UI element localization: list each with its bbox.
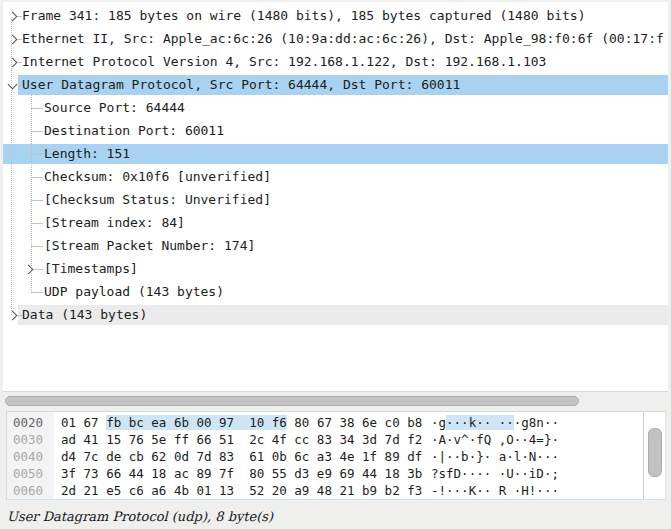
tree-row-label: [Checksum Status: Unverified] bbox=[44, 189, 271, 211]
tree-guide-root bbox=[11, 19, 12, 315]
status-bar: User Datagram Protocol (udp), 8 byte(s) bbox=[0, 500, 671, 529]
hex-offset: 0030 bbox=[13, 431, 43, 448]
hex-offset: 0040 bbox=[13, 448, 43, 465]
ascii-bytes[interactable]: ·g···k·· ···g8n·· bbox=[431, 414, 559, 431]
tree-row-label: [Timestamps] bbox=[44, 258, 138, 280]
tree-row-udp-checksum-status[interactable]: [Checksum Status: Unverified] bbox=[3, 189, 668, 211]
tree-row-udp-length[interactable]: Length: 151 bbox=[3, 143, 668, 165]
tree-connector-line bbox=[31, 177, 43, 178]
tree-connector-line bbox=[31, 223, 43, 224]
expand-arrow-icon[interactable] bbox=[8, 58, 18, 68]
ascii-bytes[interactable]: ·A·v^·fQ ,O··4=}· bbox=[431, 431, 559, 448]
hex-row-0020[interactable]: 002001 67 fb bc ea 6b 00 97 10 f6 80 67 … bbox=[7, 414, 643, 431]
packet-bytes-pane: 002001 67 fb bc ea 6b 00 97 10 f6 80 67 … bbox=[6, 411, 666, 501]
ascii-bytes[interactable]: ?sfD···· ·U··iD·; bbox=[431, 465, 559, 482]
tree-row-label: [Stream Packet Number: 174] bbox=[44, 235, 255, 257]
packet-details-pane: Frame 341: 185 bytes on wire (1480 bits)… bbox=[3, 2, 668, 392]
hex-row-0060[interactable]: 00602d 21 e5 c6 a6 4b 01 13 52 20 a9 48 … bbox=[7, 482, 643, 499]
tree-row-label: Internet Protocol Version 4, Src: 192.16… bbox=[22, 51, 546, 73]
hex-bytes[interactable]: ad 41 15 76 5e ff 66 51 2c 4f cc 83 34 3… bbox=[61, 431, 422, 448]
selected-bytes: ···k·· ·· bbox=[446, 415, 514, 430]
tree-guide-udp-children bbox=[31, 95, 32, 292]
status-field-hint: User Datagram Protocol (udp), 8 byte(s) bbox=[7, 509, 273, 524]
expand-arrow-icon[interactable] bbox=[8, 35, 18, 45]
tree-connector-line bbox=[31, 131, 43, 132]
tree-row-label: Length: 151 bbox=[44, 143, 130, 165]
hex-offset: 0060 bbox=[13, 482, 43, 499]
bytes-vertical-scrollbar-thumb[interactable] bbox=[648, 428, 662, 477]
tree-row-udp-destination-port[interactable]: Destination Port: 60011 bbox=[3, 120, 668, 142]
hex-offset: 0020 bbox=[13, 414, 43, 431]
selected-bytes: fb bc ea 6b 00 97 10 f6 bbox=[106, 415, 287, 430]
tree-connector-line bbox=[31, 292, 43, 293]
tree-connector-line bbox=[31, 154, 43, 155]
details-horizontal-scrollbar[interactable] bbox=[3, 392, 668, 409]
tree-row-label: Frame 341: 185 bytes on wire (1480 bits)… bbox=[22, 5, 586, 27]
hex-bytes[interactable]: 01 67 fb bc ea 6b 00 97 10 f6 80 67 38 6… bbox=[61, 414, 422, 431]
tree-row-label: Data (143 bytes) bbox=[22, 304, 147, 326]
details-horizontal-scrollbar-thumb[interactable] bbox=[5, 396, 579, 406]
tree-row-udp-payload[interactable]: UDP payload (143 bytes) bbox=[3, 281, 668, 303]
tree-row-udp-source-port[interactable]: Source Port: 64444 bbox=[3, 97, 668, 119]
hex-rows: 002001 67 fb bc ea 6b 00 97 10 f6 80 67 … bbox=[7, 414, 643, 499]
tree-row-label: [Stream index: 84] bbox=[44, 212, 185, 234]
tree-row-udp-checksum[interactable]: Checksum: 0x10f6 [unverified] bbox=[3, 166, 668, 188]
tree-row-udp-stream-index[interactable]: [Stream index: 84] bbox=[3, 212, 668, 234]
tree-connector-line bbox=[34, 269, 43, 270]
tree-row-udp[interactable]: User Datagram Protocol, Src Port: 64444,… bbox=[3, 74, 668, 96]
collapse-arrow-icon[interactable] bbox=[8, 80, 18, 90]
bytes-vertical-scrollbar[interactable] bbox=[643, 412, 665, 499]
tree-connector-line bbox=[31, 108, 43, 109]
tree-row-ethernet[interactable]: Ethernet II, Src: Apple_ac:6c:26 (10:9a:… bbox=[3, 28, 668, 50]
tree-row-ip[interactable]: Internet Protocol Version 4, Src: 192.16… bbox=[3, 51, 668, 73]
tree-row-udp-timestamps[interactable]: [Timestamps] bbox=[3, 258, 668, 280]
tree-row-frame[interactable]: Frame 341: 185 bytes on wire (1480 bits)… bbox=[3, 5, 668, 27]
tree-row-label: Checksum: 0x10f6 [unverified] bbox=[44, 166, 271, 188]
tree-row-data[interactable]: Data (143 bytes) bbox=[3, 304, 668, 326]
tree-row-udp-stream-packet-number[interactable]: [Stream Packet Number: 174] bbox=[3, 235, 668, 257]
hex-offset: 0050 bbox=[13, 465, 43, 482]
tree-row-label: Source Port: 64444 bbox=[44, 97, 185, 119]
hex-row-0040[interactable]: 0040d4 7c de cb 62 0d 7d 83 61 0b 6c a3 … bbox=[7, 448, 643, 465]
tree-row-label: UDP payload (143 bytes) bbox=[44, 281, 224, 303]
ascii-bytes[interactable]: -!···K·· R ·H!··· bbox=[431, 482, 559, 499]
tree-row-label: Destination Port: 60011 bbox=[44, 120, 224, 142]
hex-bytes[interactable]: d4 7c de cb 62 0d 7d 83 61 0b 6c a3 4e 1… bbox=[61, 448, 422, 465]
tree-row-label: User Datagram Protocol, Src Port: 64444,… bbox=[22, 74, 460, 96]
tree-connector-line bbox=[31, 200, 43, 201]
hex-row-0050[interactable]: 00503f 73 66 44 18 ac 89 7f 80 55 d3 e9 … bbox=[7, 465, 643, 482]
tree-connector-line bbox=[31, 246, 43, 247]
hex-bytes[interactable]: 3f 73 66 44 18 ac 89 7f 80 55 d3 e9 69 4… bbox=[61, 465, 422, 482]
hex-row-0030[interactable]: 0030ad 41 15 76 5e ff 66 51 2c 4f cc 83 … bbox=[7, 431, 643, 448]
ascii-bytes[interactable]: ·|··b·}· a·l·N··· bbox=[431, 448, 559, 465]
hex-bytes[interactable]: 2d 21 e5 c6 a6 4b 01 13 52 20 a9 48 21 b… bbox=[61, 482, 422, 499]
expand-arrow-icon[interactable] bbox=[8, 311, 18, 321]
expand-arrow-icon[interactable] bbox=[8, 12, 18, 22]
tree-row-label: Ethernet II, Src: Apple_ac:6c:26 (10:9a:… bbox=[22, 28, 664, 50]
